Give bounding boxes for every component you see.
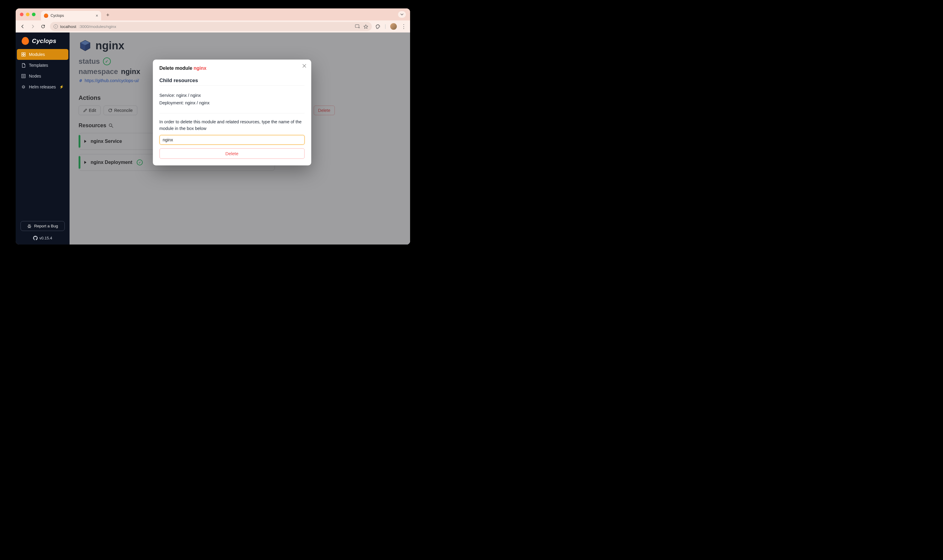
browser-tab[interactable]: Cyclops × (41, 11, 101, 20)
svg-rect-0 (355, 25, 359, 28)
github-icon (33, 236, 38, 240)
confirm-delete-button[interactable]: Delete (159, 148, 304, 159)
report-bug-button[interactable]: Report a Bug (20, 221, 65, 231)
reload-button[interactable] (40, 23, 46, 30)
sidebar: Cyclops Modules Templates (15, 32, 69, 245)
sidebar-item-label: Templates (29, 63, 48, 68)
toolbar-right: | ⋮ (375, 23, 406, 30)
modal-close-button[interactable] (302, 64, 306, 68)
modal-title-module: nginx (194, 66, 207, 71)
svg-rect-2 (24, 52, 25, 54)
child-resource: Service: nginx / nginx (159, 92, 304, 99)
bug-icon (27, 224, 32, 228)
app-logo[interactable]: Cyclops (15, 34, 69, 49)
address-bar[interactable]: i localhost:3000/modules/nginx (50, 22, 372, 31)
close-tab-button[interactable]: × (96, 13, 98, 18)
delete-button-label: Delete (225, 151, 238, 156)
sidebar-item-label: Modules (29, 52, 45, 57)
install-app-icon[interactable] (355, 25, 360, 29)
sidebar-item-helm-releases[interactable]: Helm releases ⚡ (17, 82, 68, 92)
modal-title-prefix: Delete module (159, 66, 194, 71)
helm-icon (21, 85, 26, 89)
nav-items: Modules Templates Nodes (15, 49, 69, 92)
svg-point-6 (23, 86, 25, 88)
browser-menu-button[interactable]: ⋮ (401, 23, 406, 30)
sidebar-item-templates[interactable]: Templates (17, 60, 68, 71)
svg-rect-3 (22, 55, 23, 56)
site-info-icon[interactable]: i (54, 25, 58, 29)
forward-button[interactable] (29, 23, 36, 30)
confirm-module-name-input[interactable] (159, 135, 304, 145)
sidebar-item-label: Nodes (29, 74, 41, 78)
sidebar-bottom: Report a Bug v0.15.4 (15, 221, 69, 245)
modules-icon (21, 52, 26, 57)
tabs-dropdown-button[interactable] (398, 11, 406, 18)
sidebar-item-nodes[interactable]: Nodes (17, 71, 68, 82)
browser-window: Cyclops × + i localhost:3000/modules/ngi… (15, 8, 410, 245)
child-resource: Deployment: nginx / nginx (159, 99, 304, 107)
version-link[interactable]: v0.15.4 (20, 236, 65, 240)
cyclops-logo-icon (22, 37, 29, 45)
svg-rect-4 (24, 55, 25, 56)
list-icon (21, 74, 26, 78)
chevron-down-icon (400, 14, 403, 15)
delete-module-modal: Delete module nginx Child resources Serv… (153, 60, 311, 165)
cyclops-favicon-icon (44, 14, 48, 18)
modal-title: Delete module nginx (159, 66, 304, 71)
close-window-button[interactable] (20, 12, 23, 16)
close-icon (302, 64, 306, 68)
modal-instruction: In order to delete this module and relat… (159, 119, 304, 132)
extensions-icon[interactable] (375, 24, 381, 29)
svg-rect-1 (22, 52, 23, 54)
tab-bar: Cyclops × + (15, 8, 410, 20)
minimize-window-button[interactable] (26, 12, 29, 16)
report-bug-label: Report a Bug (34, 224, 58, 228)
new-tab-button[interactable]: + (103, 11, 112, 19)
modal-section-title: Child resources (159, 78, 304, 86)
maximize-window-button[interactable] (32, 12, 35, 16)
sidebar-item-label: Helm releases (29, 85, 56, 89)
bolt-icon: ⚡ (59, 85, 64, 89)
url-bar: i localhost:3000/modules/nginx | ⋮ (15, 20, 410, 32)
url-path: :3000/modules/nginx (79, 25, 116, 29)
sidebar-item-modules[interactable]: Modules (17, 49, 68, 60)
logo-text: Cyclops (32, 38, 56, 45)
url-domain: localhost (60, 25, 76, 29)
window-controls (20, 12, 35, 16)
bookmark-star-icon[interactable] (363, 25, 368, 29)
back-button[interactable] (19, 23, 26, 30)
version-text: v0.15.4 (39, 236, 52, 240)
child-resources-list: Service: nginx / nginx Deployment: nginx… (159, 92, 304, 106)
file-icon (21, 63, 26, 68)
profile-avatar[interactable] (390, 23, 397, 30)
app-body: Cyclops Modules Templates (15, 32, 410, 245)
content-area: nginx status ✓ namespace nginx https://g… (69, 32, 410, 245)
tab-title: Cyclops (51, 14, 64, 18)
